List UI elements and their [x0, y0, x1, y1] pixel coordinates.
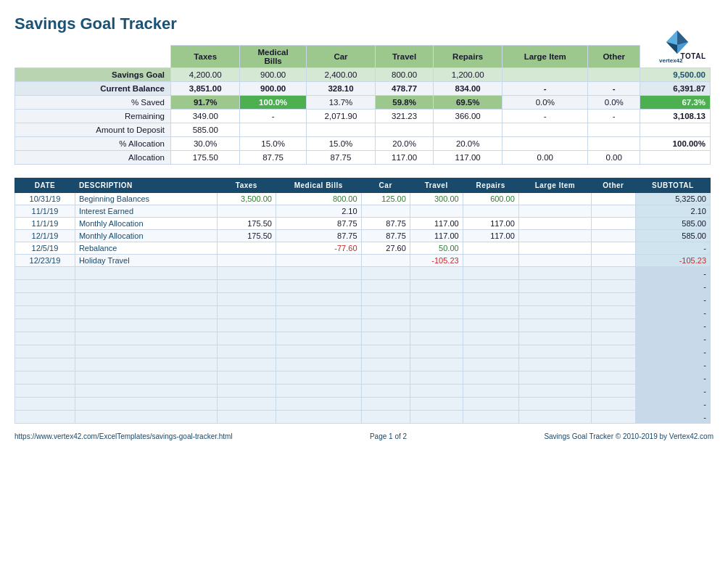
table-row: 10/31/19 Beginning Balances 3,500.00 800…	[15, 193, 711, 205]
pa-travel: 20.0%	[376, 137, 434, 151]
dr-car: 87.75	[361, 218, 410, 230]
table-row: -	[15, 332, 711, 345]
cb-total: 6,391.87	[640, 82, 711, 96]
ps-taxes: 91.7%	[170, 96, 240, 110]
dr-subtotal: -	[635, 242, 710, 255]
dr-desc: Rebalance	[75, 242, 217, 255]
ps-car: 13.7%	[306, 96, 376, 110]
dr-medical: 87.75	[276, 230, 361, 242]
pa-large	[502, 137, 588, 151]
footer-link[interactable]: https://www.vertex42.com/ExcelTemplates/…	[15, 432, 233, 440]
dr-large	[518, 193, 591, 205]
col-header-taxes: Taxes	[170, 46, 240, 68]
table-row: -	[15, 345, 711, 358]
pa-car: 15.0%	[306, 137, 376, 151]
dr-date: 11/1/19	[15, 218, 75, 230]
dr-other	[592, 218, 636, 230]
pa-medical: 15.0%	[240, 137, 306, 151]
pct-saved-row: % Saved 91.7% 100.0% 13.7% 59.8% 69.5% 0…	[15, 96, 711, 110]
deposit-label: Amount to Deposit	[15, 123, 171, 137]
dr-medical: 800.00	[276, 193, 361, 205]
dr-taxes: 175.50	[217, 218, 276, 230]
cb-travel: 478.77	[376, 82, 434, 96]
table-row: 11/1/19 Monthly Allocation 175.50 87.75 …	[15, 218, 711, 230]
cb-car: 328.10	[306, 82, 376, 96]
dr-large	[518, 218, 591, 230]
allocation-row: Allocation 175.50 87.75 87.75 117.00 117…	[15, 151, 711, 165]
dr-car	[361, 205, 410, 218]
footer-copyright: Savings Goal Tracker © 2010-2019 by Vert…	[544, 432, 713, 440]
dh-date: DATE	[15, 178, 75, 193]
al-total	[640, 151, 711, 165]
dr-large	[518, 242, 591, 255]
col-header-travel: Travel	[376, 46, 434, 68]
dr-repairs	[463, 205, 518, 218]
dr-medical: 2.10	[276, 205, 361, 218]
savings-goal-row: Savings Goal 4,200.00 900.00 2,400.00 80…	[15, 68, 711, 82]
col-header-other: Other	[588, 46, 640, 68]
dep-repairs	[433, 123, 502, 137]
table-row: -	[15, 280, 711, 293]
sg-car: 2,400.00	[306, 68, 376, 82]
rem-total: 3,108.13	[640, 110, 711, 123]
page-footer: https://www.vertex42.com/ExcelTemplates/…	[15, 432, 713, 440]
dr-date: 11/1/19	[15, 205, 75, 218]
table-row: 12/5/19 Rebalance -77.60 27.60 50.00 -	[15, 242, 711, 255]
dep-medical	[240, 123, 306, 137]
table-row: 12/23/19 Holiday Travel -105.23 -105.23	[15, 255, 711, 267]
logo: vertex42	[655, 29, 699, 65]
rem-large: -	[502, 110, 588, 123]
ps-total: 67.3%	[640, 96, 711, 110]
dh-other: Other	[592, 178, 636, 193]
col-header-repairs: Repairs	[433, 46, 502, 68]
dr-date: 10/31/19	[15, 193, 75, 205]
dr-repairs	[463, 255, 518, 267]
dr-taxes: 175.50	[217, 230, 276, 242]
dr-desc: Monthly Allocation	[75, 230, 217, 242]
page-title: Savings Goal Tracker	[15, 15, 713, 33]
dh-car: Car	[361, 178, 410, 193]
pct-alloc-label: % Allocation	[15, 137, 171, 151]
pa-repairs: 20.0%	[433, 137, 502, 151]
dr-taxes	[217, 205, 276, 218]
dr-car: 87.75	[361, 230, 410, 242]
cb-other: -	[588, 82, 640, 96]
sg-medical: 900.00	[240, 68, 306, 82]
al-other: 0.00	[588, 151, 640, 165]
pa-other	[588, 137, 640, 151]
dr-travel: 300.00	[410, 193, 463, 205]
sg-taxes: 4,200.00	[170, 68, 240, 82]
dr-other	[592, 193, 636, 205]
dr-repairs	[463, 242, 518, 255]
sg-other	[588, 68, 640, 82]
dr-travel: 117.00	[410, 218, 463, 230]
current-balance-row: Current Balance 3,851.00 900.00 328.10 4…	[15, 82, 711, 96]
pa-total: 100.00%	[640, 137, 711, 151]
dr-taxes: 3,500.00	[217, 193, 276, 205]
remaining-label: Remaining	[15, 110, 171, 123]
cb-taxes: 3,851.00	[170, 82, 240, 96]
table-row: -	[15, 319, 711, 332]
rem-medical: -	[240, 110, 306, 123]
dep-total	[640, 123, 711, 137]
dh-large: Large Item	[518, 178, 591, 193]
dr-desc: Monthly Allocation	[75, 218, 217, 230]
remaining-row: Remaining 349.00 - 2,071.90 321.23 366.0…	[15, 110, 711, 123]
dr-travel	[410, 205, 463, 218]
ps-medical: 100.0%	[240, 96, 306, 110]
dr-desc: Interest Earned	[75, 205, 217, 218]
dr-desc: Holiday Travel	[75, 255, 217, 267]
dr-large	[518, 205, 591, 218]
dr-subtotal: 5,325.00	[635, 193, 710, 205]
dr-subtotal: -105.23	[635, 255, 710, 267]
table-row: -	[15, 385, 711, 398]
col-header-car: Car	[306, 46, 376, 68]
al-car: 87.75	[306, 151, 376, 165]
sg-travel: 800.00	[376, 68, 434, 82]
rem-other: -	[588, 110, 640, 123]
dr-large	[518, 230, 591, 242]
dr-repairs: 117.00	[463, 218, 518, 230]
ps-repairs: 69.5%	[433, 96, 502, 110]
table-row: 12/1/19 Monthly Allocation 175.50 87.75 …	[15, 230, 711, 242]
detail-table: DATE DESCRIPTION Taxes Medical Bills Car…	[15, 178, 711, 424]
